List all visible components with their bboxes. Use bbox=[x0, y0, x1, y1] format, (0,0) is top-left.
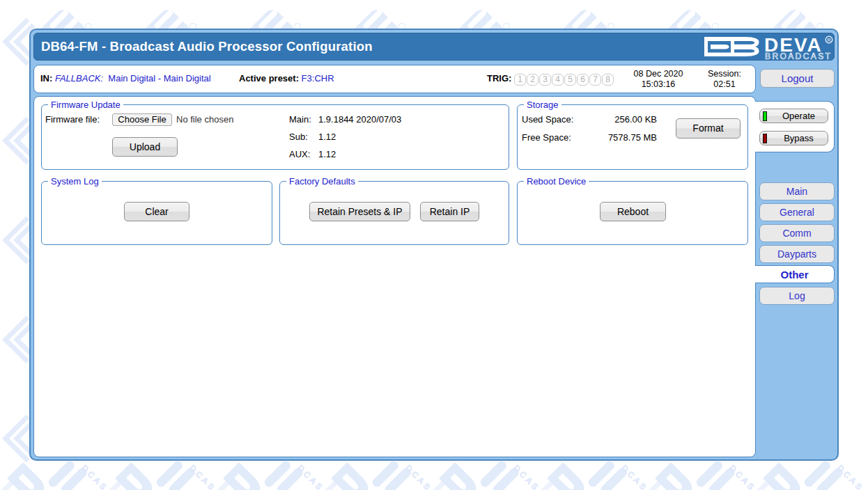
svg-text:BROADCAST: BROADCAST bbox=[765, 52, 832, 61]
svg-text:R: R bbox=[827, 38, 830, 42]
